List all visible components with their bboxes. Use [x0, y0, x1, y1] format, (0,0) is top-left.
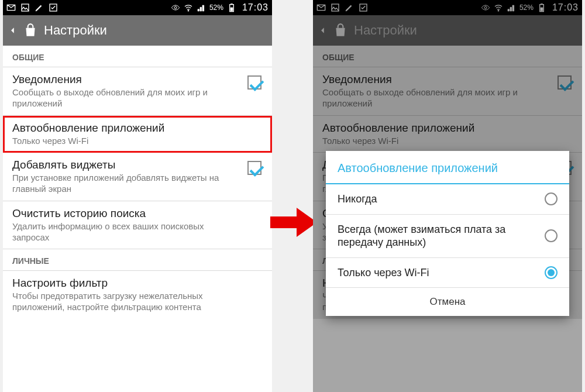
option-label: Только через Wi-Fi [338, 266, 538, 280]
play-store-icon[interactable] [23, 23, 38, 38]
eye-icon [171, 3, 180, 12]
radio-icon [545, 266, 558, 279]
phone-screen-left: 52% 17:03 Настройки ОБЩИЕ Уведомления Со… [3, 0, 272, 392]
option-never[interactable]: Никогда [326, 184, 569, 215]
pencil-icon [35, 3, 44, 12]
item-subtitle: Чтобы предотвратить загрузку нежелательн… [12, 291, 263, 313]
dialog-title: Автообновление приложений [326, 151, 569, 184]
item-subtitle: Сообщать о выходе обновлений для моих иг… [12, 87, 263, 109]
settings-list: ОБЩИЕ Уведомления Сообщать о выходе обно… [3, 46, 272, 319]
radio-icon [545, 229, 558, 242]
item-subtitle: Удалить информацию о всех ваших поисковы… [12, 221, 263, 243]
checkbox-icon[interactable] [247, 75, 261, 90]
option-label: Никогда [338, 192, 538, 206]
option-label: Всегда (может взиматься плата за передач… [338, 223, 538, 249]
status-left [6, 3, 58, 12]
checkbox-icon[interactable] [247, 161, 261, 175]
svg-rect-5 [231, 4, 233, 4]
section-general: ОБЩИЕ [3, 46, 272, 67]
check-box-icon [49, 3, 58, 12]
radio-icon [545, 192, 558, 205]
item-subtitle: При установке приложений добавлять видже… [12, 173, 263, 195]
mail-icon [6, 3, 16, 12]
arrow-icon [270, 205, 317, 240]
cancel-button[interactable]: Отмена [326, 288, 569, 316]
battery-icon [227, 3, 236, 12]
svg-point-2 [188, 10, 189, 11]
item-autoupdate[interactable]: Автообновление приложений Только через W… [3, 116, 272, 153]
item-title: Уведомления [12, 73, 263, 86]
back-icon[interactable] [9, 24, 17, 37]
clock: 17:03 [242, 2, 269, 13]
item-title: Настроить фильтр [12, 277, 263, 290]
status-right: 52% 17:03 [171, 2, 269, 13]
item-title: Очистить историю поиска [12, 207, 263, 220]
image-icon [20, 3, 30, 12]
item-title: Автообновление приложений [12, 122, 263, 135]
svg-rect-4 [230, 8, 233, 11]
option-wifi[interactable]: Только через Wi-Fi [326, 258, 569, 288]
autoupdate-dialog: Автообновление приложений Никогда Всегда… [326, 151, 569, 316]
section-personal: ЛИЧНЫЕ [3, 249, 272, 271]
item-title: Добавлять виджеты [12, 159, 263, 171]
item-notifications[interactable]: Уведомления Сообщать о выходе обновлений… [3, 67, 272, 116]
item-filter[interactable]: Настроить фильтр Чтобы предотвратить заг… [3, 271, 272, 319]
item-subtitle: Только через Wi-Fi [12, 136, 263, 147]
status-bar: 52% 17:03 [3, 0, 272, 15]
action-bar: Настройки [3, 15, 272, 46]
page-title: Настройки [44, 23, 107, 38]
phone-screen-right: 52% 17:03 Настройки ОБЩИЕ Уведомления Со… [313, 0, 582, 392]
battery-percent: 52% [209, 4, 223, 12]
signal-icon [197, 3, 206, 12]
option-always[interactable]: Всегда (может взиматься плата за передач… [326, 215, 569, 258]
item-widgets[interactable]: Добавлять виджеты При установке приложен… [3, 153, 272, 201]
wifi-icon [184, 3, 193, 12]
item-clear-search[interactable]: Очистить историю поиска Удалить информац… [3, 201, 272, 250]
